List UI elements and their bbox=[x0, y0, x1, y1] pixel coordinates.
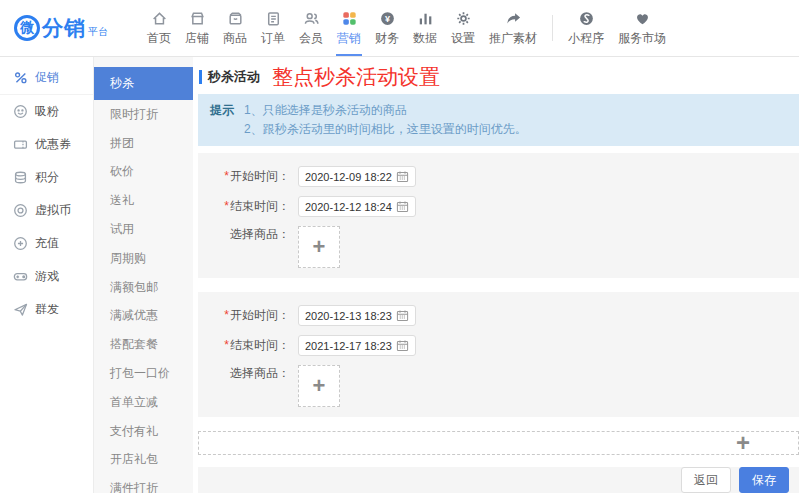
end-time-label: 结束时间： bbox=[230, 338, 290, 352]
top-nav-items: 首页 店铺 商品 订单 会员 营销 ¥ 财务 数据 bbox=[140, 0, 673, 56]
hint-label: 提示 bbox=[210, 101, 234, 138]
nav-item-finance[interactable]: ¥ 财务 bbox=[368, 0, 406, 56]
goods-icon bbox=[227, 10, 244, 27]
share-arrow-icon bbox=[505, 10, 522, 27]
logo-text: 分销 bbox=[42, 14, 86, 42]
end-time-input[interactable] bbox=[305, 201, 396, 213]
marketing-dots-icon bbox=[341, 10, 358, 27]
nav-item-settings[interactable]: 设置 bbox=[444, 0, 482, 56]
submenu-item-flash-sale[interactable]: 秒杀 bbox=[94, 67, 193, 100]
add-activity-row[interactable]: + bbox=[198, 431, 799, 455]
nav-item-goods[interactable]: 商品 bbox=[216, 0, 254, 56]
save-button[interactable]: 保存 bbox=[739, 467, 789, 493]
submenu-item-bargain[interactable]: 砍价 bbox=[94, 157, 193, 186]
activity-form-2: *开始时间： *结束时间： 选择商品： + bbox=[198, 292, 799, 417]
hint-line-2: 2、跟秒杀活动里的时间相比，这里设置的时间优先。 bbox=[244, 120, 527, 139]
calendar-icon[interactable] bbox=[396, 200, 409, 213]
sidebar-item-fans[interactable]: 吸粉 bbox=[0, 95, 93, 128]
nav-item-order[interactable]: 订单 bbox=[254, 0, 292, 56]
nav-item-member[interactable]: 会员 bbox=[292, 0, 330, 56]
page-header: 秒杀活动 整点秒杀活动设置 bbox=[193, 57, 799, 94]
percent-tag-icon bbox=[13, 70, 28, 85]
title-accent-bar bbox=[199, 70, 202, 84]
hint-box: 提示 1、只能选择是秒杀活动的商品 2、跟秒杀活动里的时间相比，这里设置的时间优… bbox=[198, 94, 799, 146]
nav-item-marketing[interactable]: 营销 bbox=[330, 0, 368, 56]
secondary-sidebar: 秒杀 限时打折 拼团 砍价 送礼 试用 周期购 满额包邮 满减优惠 搭配套餐 打… bbox=[94, 57, 193, 493]
logo-subtext: 平台 bbox=[88, 25, 108, 39]
end-time-input-wrap bbox=[298, 335, 416, 356]
calendar-icon[interactable] bbox=[396, 170, 409, 183]
recharge-icon bbox=[13, 236, 28, 251]
heart-icon bbox=[634, 10, 651, 27]
submenu-item-bundle-price[interactable]: 打包一口价 bbox=[94, 359, 193, 388]
submenu-item-time-discount[interactable]: 限时打折 bbox=[94, 100, 193, 129]
nav-item-data[interactable]: 数据 bbox=[406, 0, 444, 56]
add-activity-plus-icon: + bbox=[736, 429, 750, 457]
submenu-item-first-order[interactable]: 首单立减 bbox=[94, 388, 193, 417]
bottom-action-bar: 返回 保存 bbox=[198, 467, 799, 493]
nav-item-service-market[interactable]: 服务市场 bbox=[611, 0, 673, 56]
primary-sidebar: 促销 吸粉 优惠券 积分 虚拟币 充值 游戏 群发 bbox=[0, 57, 94, 493]
required-mark: * bbox=[224, 199, 229, 213]
sidebar-item-recharge[interactable]: 充值 bbox=[0, 227, 93, 260]
logo-circle-icon: 微 bbox=[14, 15, 40, 41]
sidebar-item-games[interactable]: 游戏 bbox=[0, 260, 93, 293]
paper-plane-icon bbox=[13, 302, 28, 317]
required-mark: * bbox=[224, 338, 229, 352]
member-icon bbox=[303, 10, 320, 27]
select-product-label: 选择商品： bbox=[220, 226, 290, 243]
coin-circle-icon bbox=[13, 203, 28, 218]
calendar-icon[interactable] bbox=[396, 339, 409, 352]
calendar-icon[interactable] bbox=[396, 309, 409, 322]
start-time-input[interactable] bbox=[305, 171, 396, 183]
submenu-item-free-shipping[interactable]: 满额包邮 bbox=[94, 273, 193, 302]
submenu-item-qty-discount[interactable]: 满件打折 bbox=[94, 474, 193, 493]
nav-item-shop[interactable]: 店铺 bbox=[178, 0, 216, 56]
end-time-label: 结束时间： bbox=[230, 199, 290, 213]
shop-icon bbox=[189, 10, 206, 27]
add-product-button[interactable]: + bbox=[298, 365, 340, 407]
sidebar-item-promotion[interactable]: 促销 bbox=[0, 61, 93, 95]
submenu-item-full-discount[interactable]: 满减优惠 bbox=[94, 301, 193, 330]
page-title: 秒杀活动 bbox=[208, 68, 260, 86]
select-product-row: 选择商品： + bbox=[220, 226, 799, 268]
coins-icon bbox=[13, 170, 28, 185]
submenu-item-combo[interactable]: 搭配套餐 bbox=[94, 330, 193, 359]
order-icon bbox=[265, 10, 282, 27]
home-icon bbox=[151, 10, 168, 27]
main-content: 秒杀活动 整点秒杀活动设置 提示 1、只能选择是秒杀活动的商品 2、跟秒杀活动里… bbox=[193, 57, 799, 493]
sidebar-item-coupons[interactable]: 优惠券 bbox=[0, 128, 93, 161]
end-time-row: *结束时间： bbox=[220, 196, 799, 217]
hint-lines: 1、只能选择是秒杀活动的商品 2、跟秒杀活动里的时间相比，这里设置的时间优先。 bbox=[244, 101, 527, 138]
finance-yen-icon: ¥ bbox=[379, 10, 396, 27]
end-time-input[interactable] bbox=[305, 340, 396, 352]
svg-text:¥: ¥ bbox=[384, 13, 389, 23]
nav-item-miniprogram[interactable]: 小程序 bbox=[561, 0, 611, 56]
back-button[interactable]: 返回 bbox=[681, 467, 731, 493]
submenu-item-gift[interactable]: 送礼 bbox=[94, 186, 193, 215]
required-mark: * bbox=[224, 308, 229, 322]
end-time-input-wrap bbox=[298, 196, 416, 217]
bar-chart-icon bbox=[417, 10, 434, 27]
start-time-label: 开始时间： bbox=[230, 308, 290, 322]
submenu-item-shop-gift[interactable]: 开店礼包 bbox=[94, 445, 193, 474]
coupon-icon bbox=[13, 137, 28, 152]
start-time-input-wrap bbox=[298, 305, 416, 326]
start-time-input[interactable] bbox=[305, 310, 396, 322]
top-nav: 微 分销 平台 首页 店铺 商品 订单 会员 营销 ¥ 财务 bbox=[0, 0, 799, 57]
select-product-row: 选择商品： + bbox=[220, 365, 799, 407]
submenu-item-pay-gift[interactable]: 支付有礼 bbox=[94, 417, 193, 446]
nav-item-home[interactable]: 首页 bbox=[140, 0, 178, 56]
required-mark: * bbox=[224, 169, 229, 183]
submenu-item-periodic[interactable]: 周期购 bbox=[94, 244, 193, 273]
page-subtitle: 整点秒杀活动设置 bbox=[272, 66, 440, 87]
nav-item-promo-materials[interactable]: 推广素材 bbox=[482, 0, 544, 56]
add-product-button[interactable]: + bbox=[298, 226, 340, 268]
submenu-item-trial[interactable]: 试用 bbox=[94, 215, 193, 244]
sidebar-item-virtual-coin[interactable]: 虚拟币 bbox=[0, 194, 93, 227]
submenu-item-group-buy[interactable]: 拼团 bbox=[94, 129, 193, 158]
sidebar-item-points[interactable]: 积分 bbox=[0, 161, 93, 194]
sidebar-item-mass-send[interactable]: 群发 bbox=[0, 293, 93, 326]
start-time-input-wrap bbox=[298, 166, 416, 187]
miniprogram-icon bbox=[578, 10, 595, 27]
